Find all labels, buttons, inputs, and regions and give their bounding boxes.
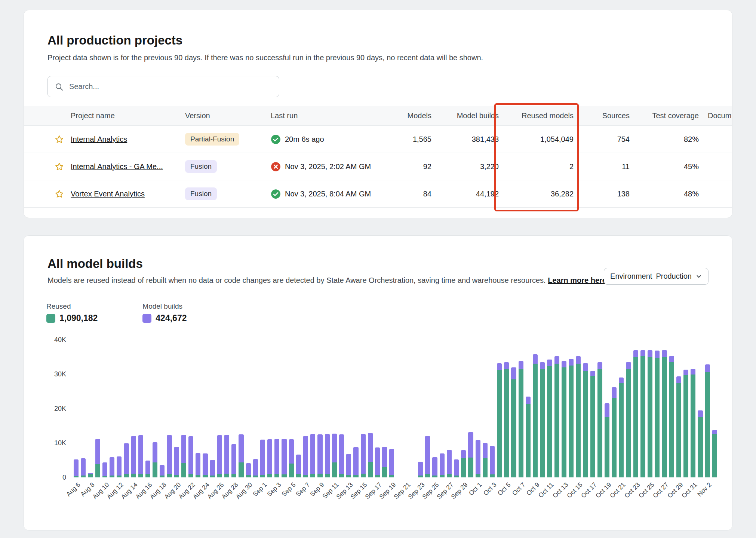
bar-oct-10[interactable] bbox=[540, 340, 545, 477]
bar-aug-20[interactable]: Aug 20 bbox=[174, 340, 179, 477]
bar-oct-4[interactable] bbox=[497, 340, 502, 477]
bar-oct-9[interactable]: Oct 9 bbox=[533, 340, 538, 477]
bar-oct-23[interactable]: Oct 23 bbox=[633, 340, 638, 477]
bar-oct-17[interactable]: Oct 17 bbox=[590, 340, 595, 477]
bar-sep-14[interactable] bbox=[353, 340, 358, 477]
bar-oct-3[interactable]: Oct 3 bbox=[490, 340, 495, 477]
bar-aug-29[interactable] bbox=[239, 340, 243, 477]
bar-oct-2[interactable] bbox=[483, 340, 488, 477]
bar-aug-19[interactable] bbox=[167, 340, 172, 477]
column-header[interactable]: Sources bbox=[574, 111, 630, 120]
bar-nov-1[interactable] bbox=[698, 340, 703, 477]
learn-more-link[interactable]: Learn more here. bbox=[548, 276, 608, 284]
bar-aug-6[interactable]: Aug 6 bbox=[74, 340, 79, 477]
favorite-star-icon[interactable] bbox=[54, 189, 64, 199]
bar-aug-16[interactable]: Aug 16 bbox=[145, 340, 150, 477]
search-box[interactable] bbox=[47, 76, 279, 97]
column-header[interactable]: Reused models bbox=[499, 111, 574, 120]
bar-aug-18[interactable]: Aug 18 bbox=[160, 340, 165, 477]
search-input[interactable] bbox=[68, 82, 272, 91]
bar-sep-11[interactable]: Sep 11 bbox=[332, 340, 337, 477]
bar-aug-26[interactable]: Aug 26 bbox=[217, 340, 222, 477]
bar-aug-7[interactable] bbox=[81, 340, 86, 477]
bar-oct-31[interactable]: Oct 31 bbox=[691, 340, 695, 477]
column-header[interactable]: Test coverage bbox=[630, 111, 699, 120]
favorite-star-icon[interactable] bbox=[54, 134, 64, 144]
bar-sep-2[interactable] bbox=[267, 340, 272, 477]
bar-oct-14[interactable] bbox=[569, 340, 574, 477]
column-header[interactable]: Last run bbox=[271, 111, 379, 120]
bar-oct-7[interactable]: Oct 7 bbox=[519, 340, 523, 477]
bar-oct-24[interactable] bbox=[640, 340, 645, 477]
bar-sep-25[interactable]: Sep 25 bbox=[432, 340, 437, 477]
bar-aug-27[interactable] bbox=[224, 340, 229, 477]
bar-sep-24[interactable] bbox=[425, 340, 430, 477]
project-name-link[interactable]: Internal Analytics - GA Me... bbox=[71, 162, 163, 171]
bar-aug-8[interactable]: Aug 8 bbox=[88, 340, 93, 477]
bar-oct-25[interactable]: Oct 25 bbox=[648, 340, 652, 477]
bar-aug-31[interactable] bbox=[253, 340, 258, 477]
bar-sep-3[interactable]: Sep 3 bbox=[274, 340, 279, 477]
bar-oct-16[interactable] bbox=[583, 340, 588, 477]
bar-sep-20[interactable] bbox=[396, 340, 401, 477]
bar-oct-30[interactable] bbox=[683, 340, 688, 477]
bar-aug-28[interactable]: Aug 28 bbox=[231, 340, 236, 477]
bar-sep-13[interactable]: Sep 13 bbox=[346, 340, 351, 477]
bar-sep-4[interactable] bbox=[282, 340, 286, 477]
bar-sep-16[interactable] bbox=[368, 340, 373, 477]
bar-sep-26[interactable] bbox=[440, 340, 445, 477]
bar-sep-22[interactable] bbox=[411, 340, 416, 477]
bar-oct-18[interactable] bbox=[597, 340, 602, 477]
bar-oct-1[interactable]: Oct 1 bbox=[476, 340, 480, 477]
bar-sep-1[interactable]: Sep 1 bbox=[260, 340, 265, 477]
bar-sep-9[interactable]: Sep 9 bbox=[317, 340, 322, 477]
column-header[interactable]: Version bbox=[185, 111, 271, 120]
bar-sep-30[interactable] bbox=[468, 340, 473, 477]
project-name-link[interactable]: Internal Analytics bbox=[71, 135, 127, 143]
bar-oct-20[interactable] bbox=[612, 340, 617, 477]
bar-sep-10[interactable] bbox=[325, 340, 330, 477]
bar-oct-5[interactable]: Oct 5 bbox=[504, 340, 509, 477]
bar-sep-21[interactable]: Sep 21 bbox=[404, 340, 409, 477]
bar-sep-23[interactable]: Sep 23 bbox=[418, 340, 423, 477]
bar-aug-10[interactable]: Aug 10 bbox=[102, 340, 107, 477]
bar-aug-14[interactable]: Aug 14 bbox=[131, 340, 136, 477]
bar-nov-2[interactable]: Nov 2 bbox=[705, 340, 710, 477]
bar-oct-11[interactable]: Oct 11 bbox=[547, 340, 552, 477]
column-header[interactable]: Docum bbox=[699, 111, 732, 120]
bar-sep-19[interactable]: Sep 19 bbox=[389, 340, 394, 477]
bar-oct-29[interactable]: Oct 29 bbox=[676, 340, 681, 477]
bar-nov-3[interactable] bbox=[712, 340, 717, 477]
bar-sep-18[interactable] bbox=[382, 340, 387, 477]
bar-oct-26[interactable] bbox=[655, 340, 660, 477]
bar-oct-8[interactable] bbox=[526, 340, 531, 477]
bar-aug-17[interactable] bbox=[153, 340, 157, 477]
favorite-star-icon[interactable] bbox=[54, 162, 64, 172]
bar-aug-15[interactable] bbox=[138, 340, 143, 477]
bar-aug-22[interactable]: Aug 22 bbox=[188, 340, 193, 477]
environment-select[interactable]: Environment Production bbox=[604, 268, 709, 285]
column-header[interactable]: Models bbox=[379, 111, 431, 120]
bar-oct-21[interactable]: Oct 21 bbox=[619, 340, 624, 477]
bar-aug-21[interactable] bbox=[181, 340, 186, 477]
bar-sep-27[interactable]: Sep 27 bbox=[447, 340, 452, 477]
bar-oct-27[interactable]: Oct 27 bbox=[662, 340, 667, 477]
column-header[interactable]: Project name bbox=[71, 111, 185, 120]
bar-oct-12[interactable] bbox=[554, 340, 559, 477]
bar-aug-11[interactable] bbox=[110, 340, 114, 477]
bar-aug-12[interactable]: Aug 12 bbox=[117, 340, 122, 477]
bar-sep-15[interactable]: Sep 15 bbox=[361, 340, 366, 477]
bar-aug-13[interactable] bbox=[124, 340, 129, 477]
bar-aug-30[interactable]: Aug 30 bbox=[246, 340, 251, 477]
bar-oct-13[interactable]: Oct 13 bbox=[562, 340, 566, 477]
bar-aug-24[interactable]: Aug 24 bbox=[203, 340, 208, 477]
bar-sep-28[interactable] bbox=[454, 340, 459, 477]
bar-sep-7[interactable]: Sep 7 bbox=[303, 340, 308, 477]
bar-sep-17[interactable]: Sep 17 bbox=[375, 340, 380, 477]
bar-aug-9[interactable] bbox=[95, 340, 100, 477]
bar-aug-25[interactable] bbox=[210, 340, 215, 477]
project-name-link[interactable]: Vortex Event Analytics bbox=[71, 190, 145, 198]
bar-sep-12[interactable] bbox=[339, 340, 344, 477]
bar-sep-8[interactable] bbox=[310, 340, 315, 477]
bar-oct-28[interactable] bbox=[669, 340, 674, 477]
